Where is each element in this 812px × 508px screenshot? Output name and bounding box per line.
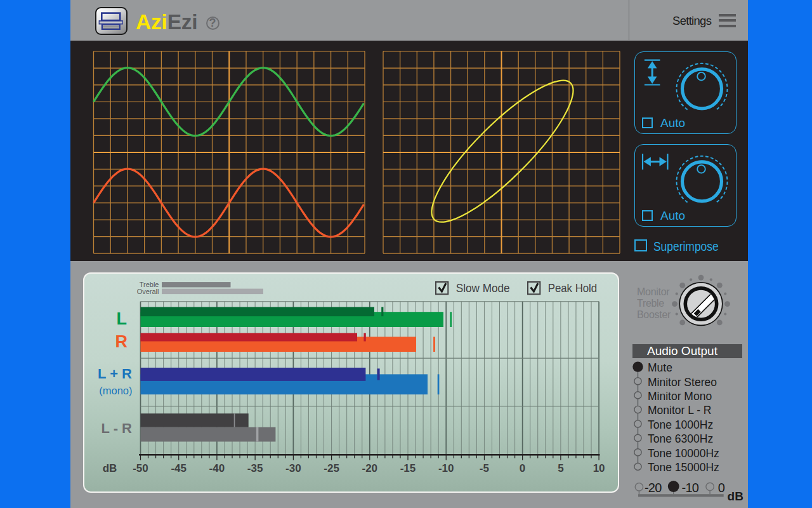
svg-text:Slow Mode: Slow Mode: [456, 281, 510, 295]
svg-text:-25: -25: [324, 462, 339, 474]
svg-text:10: 10: [593, 462, 605, 474]
svg-text:R: R: [115, 332, 128, 351]
svg-text:(mono): (mono): [99, 385, 132, 396]
svg-text:0: 0: [520, 462, 525, 474]
svg-text:-10: -10: [438, 462, 454, 474]
svg-text:-40: -40: [209, 462, 225, 474]
svg-text:-35: -35: [247, 462, 263, 474]
svg-text:dB: dB: [103, 462, 117, 474]
svg-text:Overall: Overall: [137, 288, 159, 295]
svg-text:-5: -5: [480, 462, 489, 474]
svg-text:Peak Hold: Peak Hold: [548, 281, 598, 295]
svg-text:-15: -15: [400, 462, 416, 474]
svg-text:-45: -45: [171, 462, 187, 474]
svg-text:5: 5: [558, 462, 563, 474]
svg-text:L: L: [117, 309, 128, 328]
svg-text:L - R: L - R: [102, 420, 133, 436]
svg-text:-30: -30: [285, 462, 301, 474]
svg-text:-50: -50: [133, 462, 148, 474]
svg-text:L + R: L + R: [98, 366, 132, 382]
svg-text:-20: -20: [362, 462, 378, 474]
